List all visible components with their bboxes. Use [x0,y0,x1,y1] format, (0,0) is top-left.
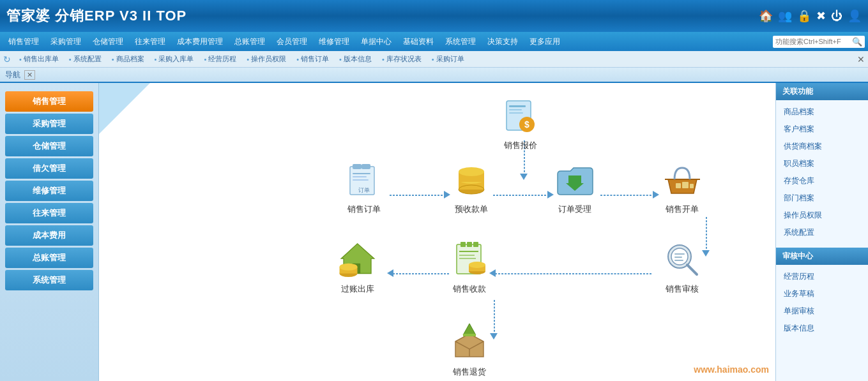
tab-version[interactable]: 版本信息 [334,53,377,65]
search-input[interactable] [775,38,852,45]
svg-rect-22 [690,184,694,188]
nav-item-voucher[interactable]: 单据中心 [356,34,397,50]
left-sidebar: 销售管理 采购管理 仓储管理 借欠管理 维修管理 往来管理 成本费用 总账管理 … [0,83,99,381]
link-dept-archive[interactable]: 部门档案 [776,190,868,207]
nav-item-more[interactable]: 更多应用 [524,34,565,50]
top-nav: 销售管理 采购管理 仓储管理 往来管理 成本费用管理 总账管理 会员管理 维修管… [0,32,868,51]
link-operator-perm[interactable]: 操作员权限 [776,207,868,224]
link-product-archive[interactable]: 商品档案 [776,103,868,121]
tab-product-archive[interactable]: 商品档案 [107,53,149,65]
sidebar-item-system[interactable]: 系统管理 [5,270,93,290]
link-voucher-audit[interactable]: 单据审核 [776,303,868,320]
svg-rect-33 [459,255,475,256]
sidebar-item-repair[interactable]: 维修管理 [5,181,93,201]
link-inventory-warehouse[interactable]: 存货仓库 [776,172,868,190]
tab-inventory-status[interactable]: 库存状况表 [377,53,427,65]
node-prepayment[interactable]: 预收款单 [449,160,494,215]
nav-item-repair[interactable]: 维修管理 [314,34,354,50]
svg-rect-31 [473,242,478,247]
nav-item-ledger[interactable]: 总账管理 [229,34,270,50]
main-layout: 销售管理 采购管理 仓储管理 借欠管理 维修管理 往来管理 成本费用 总账管理 … [0,83,868,381]
sales-return-label: 销售退货 [453,366,486,378]
header-icons: 🏠 👥 🔒 ✖ ⏻ 👤 [759,9,862,23]
power-icon[interactable]: ⏻ [831,10,842,23]
svg-point-17 [459,167,484,176]
refresh-button[interactable]: ↻ [3,54,11,64]
sales-receipt-icon [447,239,492,281]
sidebar-item-cost[interactable]: 成本费用 [5,225,93,246]
header: 管家婆 分销ERP V3 II TOP 🏠 👥 🔒 ✖ ⏻ 👤 [0,0,868,32]
search-icon[interactable]: 🔍 [852,37,862,47]
users-icon[interactable]: 👥 [778,9,792,23]
svg-rect-8 [362,164,370,169]
node-sales-return[interactable]: 销售退货 [447,322,492,378]
nav-item-member[interactable]: 会员管理 [271,34,312,50]
nav-search[interactable]: 🔍 [773,36,865,48]
nav-item-cost[interactable]: 成本费用管理 [172,34,228,50]
svg-rect-43 [674,260,683,261]
tab-operator-perm[interactable]: 操作员权限 [241,53,291,65]
node-sales-order[interactable]: 订单 销售订单 [342,160,386,215]
link-supplier-archive[interactable]: 供货商档案 [776,138,868,155]
sales-open-label: 销售开单 [666,204,699,215]
order-accept-label: 订单受理 [558,204,591,215]
svg-rect-9 [353,173,370,174]
sidebar-item-debt[interactable]: 借欠管理 [5,158,93,179]
node-sales-quote[interactable]: $ 销售报价 [498,96,543,151]
node-order-accept[interactable]: 订单受理 [552,160,597,215]
sales-order-icon: 订单 [342,160,386,201]
link-staff-archive[interactable]: 职员档案 [776,155,868,172]
node-sales-receipt[interactable]: 销售收款 [447,239,492,295]
svg-rect-7 [353,164,362,169]
arrow-down-1 [520,174,528,180]
nav-label-close[interactable]: ✕ [24,70,35,80]
transfer-out-label: 过账出库 [341,283,374,295]
link-version-info[interactable]: 版本信息 [776,320,868,337]
nav-item-system[interactable]: 系统管理 [440,34,481,50]
tab-bar-close[interactable]: ✕ [857,54,865,64]
link-biz-history[interactable]: 经营历程 [776,268,868,285]
sales-receipt-label: 销售收款 [453,283,486,295]
nav-item-contacts[interactable]: 往来管理 [130,34,171,50]
link-customer-archive[interactable]: 客户档案 [776,121,868,138]
tab-sales-outbound[interactable]: 销售出库单 [14,53,64,65]
tab-purchase-order[interactable]: 采购订单 [427,53,469,65]
nav-item-decision[interactable]: 决策支持 [482,34,523,50]
tab-purchase-inbound[interactable]: 采购入库单 [149,53,199,65]
svg-text:$: $ [524,119,529,130]
link-system-config[interactable]: 系统配置 [776,224,868,241]
line-h-3 [600,195,655,196]
node-transfer-out[interactable]: 过账出库 [335,239,380,295]
sales-audit-label: 销售审核 [666,283,699,295]
center-content: $ 销售报价 订单 销售 [99,83,775,381]
nav-item-warehouse[interactable]: 仓储管理 [88,34,128,50]
close-icon[interactable]: ✖ [816,9,826,23]
nav-item-purchase[interactable]: 采购管理 [45,34,86,50]
right-panel: 关联功能 商品档案 客户档案 供货商档案 职员档案 存货仓库 部门档案 操作员权… [775,83,868,381]
svg-text:订单: 订单 [358,187,370,193]
lock-icon[interactable]: 🔒 [797,9,811,23]
line-h-1 [390,195,446,196]
sidebar-item-ledger[interactable]: 总账管理 [5,248,93,268]
sales-open-icon [660,160,704,201]
link-biz-draft[interactable]: 业务草稿 [776,285,868,303]
sidebar-item-contacts[interactable]: 往来管理 [5,203,93,223]
user-icon[interactable]: 👤 [848,9,862,23]
home-icon[interactable]: 🏠 [759,9,773,23]
line-v-2 [706,217,707,252]
tab-sales-order[interactable]: 销售订单 [291,53,334,65]
prepayment-label: 预收款单 [455,204,488,215]
node-sales-audit[interactable]: 销售审核 [660,239,704,295]
tab-biz-history[interactable]: 经营历程 [199,53,241,65]
sales-return-icon [447,322,492,364]
svg-marker-45 [463,324,476,335]
tab-system-config[interactable]: 系统配置 [64,53,107,65]
sidebar-item-warehouse[interactable]: 仓储管理 [5,136,93,156]
nav-item-basic[interactable]: 基础资料 [398,34,439,50]
line-h-2 [493,195,549,196]
sidebar-item-sales[interactable]: 销售管理 [5,91,93,112]
node-sales-open[interactable]: 销售开单 [660,160,704,215]
sidebar-item-purchase[interactable]: 采购管理 [5,114,93,134]
nav-item-sales[interactable]: 销售管理 [3,34,44,50]
svg-rect-46 [463,334,476,336]
